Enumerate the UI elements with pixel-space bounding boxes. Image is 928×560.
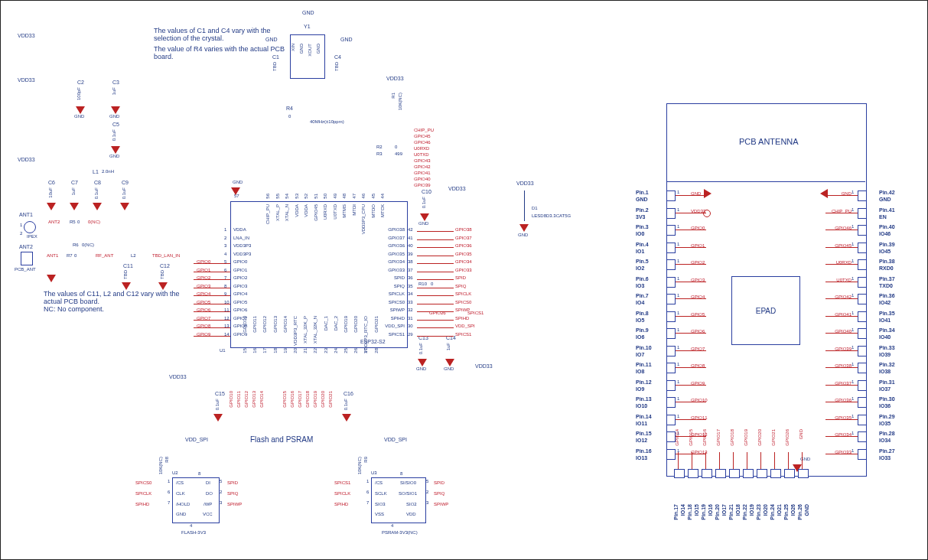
bnum-3: 18 [273,348,278,353]
mb-io-4: IO18 [735,504,741,516]
rw-3 [417,256,454,256]
mr-1-1: 1 [851,207,854,212]
pin57-gnd: GND [233,180,243,184]
mb-pad-6 [757,469,767,478]
ml-pin-6: Pin.7 [636,293,649,298]
rpin-5: GPIO33 [377,268,405,272]
rw-1 [417,239,454,240]
ml-pad-0 [666,190,676,201]
mr-io-13: IO35 [879,421,891,426]
ml-pad-11 [666,380,676,391]
u2#5: 5 [220,479,222,483]
mb-pin-3: Pin.20 [715,504,720,520]
y1-g2: GND [316,44,321,54]
mr-io-11: IO37 [879,386,891,392]
u3n4: SPIQ [434,491,444,496]
ml-io-1: 3V3 [636,214,645,220]
bpin-2: GPIO12 [262,316,267,333]
mr-io-6: IO42 [879,300,891,305]
u3p-si: SI/SIO0 [400,480,416,485]
r5-ref: R5 [70,220,76,224]
mr-net-15: GPIO33 [818,450,851,454]
mr-pin-3: Pin.39 [879,242,895,247]
brn-0: GPIO15 [282,391,287,408]
mr-io-2: IO46 [879,231,891,236]
mr-net-6: GPIO42 [818,295,851,299]
d1-vdd: VDD33 [516,181,534,186]
ml-io-12: IO10 [636,403,647,409]
rpin-4: GPIO34 [377,259,405,264]
u3n5: SPIWP [434,502,448,506]
mr-net-4: U0RXD [818,260,851,265]
tpin-6: U0RXD [323,204,327,220]
rpin-8: SPICLK [377,291,405,296]
c11-val: TBD [123,270,128,279]
r10-val: 0 [431,282,433,286]
rnum-6: 36 [408,275,413,280]
rw-4 [417,263,454,264]
ml-io-4: IO2 [636,265,644,271]
y1-ref: Y1 [304,24,311,29]
u2-name: FLASH-3V3 [181,530,206,535]
lw-8 [194,327,230,328]
c16-ref: C16 [344,391,353,396]
tnum-0: 56 [265,194,270,199]
c2-gnd: GND [74,114,84,119]
mb-w-9 [802,452,803,469]
mb-io-7: IO21 [777,504,782,516]
mr-pin-12: Pin.30 [879,396,895,402]
ml-io-7: IO5 [636,317,644,323]
ml-pad-6 [666,294,676,304]
brn-2: GPIO17 [298,391,302,408]
mr-pad-9 [858,346,867,357]
lw-6 [194,311,230,312]
u3p-sio2: SIO2 [406,502,417,506]
mr-1-6: 1 [851,293,854,298]
ml-net-2: GPIO0 [691,226,705,230]
c3-ref: C3 [112,80,119,85]
bln-0: GPIO10 [229,391,233,408]
brn-5: GPIO20 [321,391,325,408]
gc10l: GND [418,221,428,226]
mr-io-0: GND [879,197,891,202]
tnum-8: 48 [342,194,347,199]
rw-0 [417,231,454,232]
tnet-5: GPIO43 [414,158,431,163]
ml-net-10: GPIO8 [691,363,705,368]
mb-w-1 [692,452,692,469]
rnum-12: 30 [408,324,413,328]
mr-1-9: 1 [851,345,854,350]
ml-pin-7: Pin.8 [636,311,649,316]
ml-1-13: 1 [677,414,679,418]
tpin-3: VDDA [295,204,299,217]
tnum-3: 53 [295,194,299,199]
vdd33-a: VDD33 [18,33,35,38]
mr-io-12: IO36 [879,403,891,409]
mb-io-5: IO19 [749,504,754,516]
flash-title: Flash and PSRAM [250,435,313,444]
u3n2: SPIHD [334,502,348,506]
tpin-10: VDD3P3_CPU [361,204,366,234]
r8-ref: R8 [164,457,169,463]
r9-ref: R9 [363,457,368,463]
tnum-11: 45 [371,194,376,199]
mr-net-9: GPIO39 [818,347,851,351]
lpin-0: VDDA [233,227,246,232]
mr-pin-14: Pin.28 [879,431,895,436]
mb-pin-9: Pin.26 [797,504,803,520]
mb-io-8: IO26 [790,504,796,516]
bnum-6: 21 [303,348,308,353]
mr-pad-8 [858,328,867,339]
mr-pad-11 [858,380,867,391]
ml-pin-8: Pin.9 [636,327,649,333]
u2n0: SPICS0 [135,480,151,485]
rw-7 [417,288,454,288]
ml-io-6: IO4 [636,300,644,305]
c11-ref: C11 [123,263,133,269]
mr-pad-7 [858,311,867,322]
ml-1-3: 1 [677,242,679,246]
r6-ref: R6 [73,243,79,247]
u3p-vss: VSS [375,512,384,516]
c9-ref: C9 [122,180,129,185]
r1-val: 10K(NC) [398,93,402,110]
